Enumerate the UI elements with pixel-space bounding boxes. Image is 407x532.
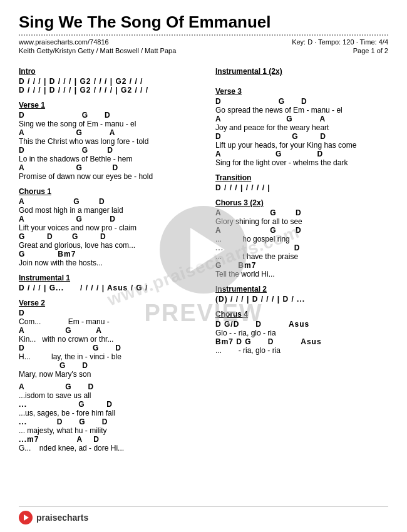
- c3-chord-4: G Bm7: [215, 261, 388, 270]
- v2-chord-2: A G A: [19, 326, 200, 335]
- v2-lyric-2: Kin... with no crown or thr...: [19, 335, 200, 344]
- c4-chord-1: D G/D D Asus: [215, 320, 388, 329]
- v3-lyric-4: Sing for the light over - whelms the dar…: [215, 158, 388, 167]
- v2-chord-6: ... G D: [19, 400, 200, 409]
- c3-chord-3: ... D: [215, 243, 388, 252]
- c3-lyric-2: ... ho gospel ring: [215, 235, 388, 243]
- c1-chord-4: G Bm7: [19, 250, 200, 258]
- c1-lyric-3: Great and glorious, love has com...: [19, 241, 200, 250]
- authors: Keith Getty/Kristyn Getty / Matt Boswell…: [19, 47, 176, 54]
- title-divider: [19, 34, 388, 36]
- v2-lyric-3: H... lay, the in - vinci - ble: [19, 352, 200, 361]
- c4-lyric-2: ... - ria, glo - ria: [215, 346, 388, 355]
- v3-chord-2: A G A: [215, 115, 388, 123]
- v1-chord-3: D G D: [19, 146, 200, 155]
- v1-lyric-4: Promise of dawn now our eyes be - hold: [19, 172, 200, 181]
- v1-lyric-2: This the Christ who was long fore - told: [19, 137, 200, 146]
- c3-lyric-1: Glory shining for all to see: [215, 217, 388, 226]
- c3-chord-1: A G D: [215, 208, 388, 217]
- v2-lyric-4: Mary, now Mary's son: [19, 370, 200, 379]
- v2-chord-5: A G D: [19, 382, 200, 391]
- transition-section: Transition D / / / | / / / / |: [215, 173, 388, 192]
- inst1-line-1: D / / / | G... / / / / | Asus / G /: [19, 284, 200, 292]
- footer-play-icon: [19, 511, 33, 524]
- v2-chord-1: D: [19, 309, 200, 317]
- v2-lyric-5: ...isdom to save us all: [19, 391, 200, 400]
- instrumental1-label: Instrumental 1: [19, 274, 200, 282]
- v1-chord-1: D G D: [19, 111, 200, 120]
- v2-lyric-6: ...us, sages, be - fore him fall: [19, 409, 200, 417]
- chorus4-label: Chorus 4: [215, 310, 388, 319]
- left-column: Intro D / / / | D / / / | G2 / / / | G2 …: [19, 61, 200, 458]
- chorus1-section: Chorus 1 A G D God most high in a manger…: [19, 187, 200, 267]
- c1-lyric-1: God most high in a manger laid: [19, 206, 200, 215]
- c1-chord-1: A G D: [19, 197, 200, 206]
- c1-chord-3: G D G D: [19, 232, 200, 241]
- url: www.praisecharts.com/74816: [19, 38, 109, 46]
- c3-lyric-4: Tell the world Hi...: [215, 270, 388, 279]
- transition-label: Transition: [215, 173, 388, 182]
- v2-chord-7: ... D G D: [19, 417, 200, 426]
- inst2-line-1: (D) / / / | D / / / | D / ...: [215, 295, 388, 304]
- c3-lyric-3: ... t have the praise: [215, 252, 388, 261]
- chorus3-section: Chorus 3 (2x) A G D Glory shining for al…: [215, 198, 388, 279]
- footer: praisecharts: [19, 506, 388, 524]
- c4-chord-2: Bm7 D G D Asus: [215, 337, 388, 346]
- song-title: Sing We The Song Of Emmanuel: [19, 13, 388, 32]
- c1-lyric-2: Lift your voices and now pro - claim: [19, 223, 200, 232]
- c1-lyric-4: Join now with the hosts...: [19, 258, 200, 267]
- verse3-label: Verse 3: [215, 87, 388, 96]
- v3-chord-3: D G D: [215, 132, 388, 141]
- chorus4-section: Chorus 4 D G/D D Asus Glo - - ria, glo -…: [215, 310, 388, 355]
- v1-lyric-3: Lo in the shadows of Bethle - hem: [19, 155, 200, 163]
- c3-chord-2: A G D: [215, 226, 388, 235]
- verse2-section: Verse 2 D Com... Em - manu - A G A Kin..…: [19, 299, 200, 453]
- v1-lyric-1: Sing we the song of Em - manu - el: [19, 120, 200, 128]
- page-num: Page 1 of 2: [353, 47, 388, 54]
- v3-lyric-3: Lift up your heads, for your King has co…: [215, 141, 388, 150]
- v1-chord-4: A G D: [19, 163, 200, 172]
- instrumental2-label: Instrumental 2: [215, 285, 388, 294]
- meta-row: www.praisecharts.com/74816 Key: D · Temp…: [19, 38, 388, 46]
- verse1-label: Verse 1: [19, 101, 200, 110]
- intro-section: Intro D / / / | D / / / | G2 / / / | G2 …: [19, 67, 200, 95]
- verse2-label: Verse 2: [19, 299, 200, 307]
- key-tempo-time: Key: D · Tempo: 120 · Time: 4/4: [292, 38, 388, 46]
- trans-line-1: D / / / | / / / / |: [215, 183, 388, 192]
- instrumental1-2x-label: Instrumental 1 (2x): [215, 67, 388, 76]
- v3-lyric-1: Go spread the news of Em - manu - el: [215, 106, 388, 115]
- c4-lyric-1: Glo - - ria, glo - ria: [215, 329, 388, 337]
- verse3-section: Verse 3 D G D Go spread the news of Em -…: [215, 87, 388, 167]
- chorus3-label: Chorus 3 (2x): [215, 198, 388, 207]
- footer-brand: praisecharts: [36, 513, 88, 523]
- v3-chord-1: D G D: [215, 97, 388, 106]
- v1-chord-2: A G A: [19, 128, 200, 137]
- v3-lyric-2: Joy and peace for the weary heart: [215, 123, 388, 132]
- authors-row: Keith Getty/Kristyn Getty / Matt Boswell…: [19, 47, 388, 54]
- v2-lyric-8: G... nded knee, ad - dore Hi...: [19, 444, 200, 453]
- main-content: Intro D / / / | D / / / | G2 / / / | G2 …: [19, 61, 388, 458]
- inst1-2x-blank: [215, 77, 388, 81]
- v2-chord-3: D G D: [19, 344, 200, 352]
- intro-line-1: D / / / | D / / / | G2 / / / | G2 / / /: [19, 77, 200, 86]
- instrumental1-2x-section: Instrumental 1 (2x): [215, 67, 388, 81]
- chorus1-label: Chorus 1: [19, 187, 200, 196]
- verse1-section: Verse 1 D G D Sing we the song of Em - m…: [19, 101, 200, 181]
- footer-logo: praisecharts: [19, 511, 88, 524]
- instrumental2-section: Instrumental 2 (D) / / / | D / / / | D /…: [215, 285, 388, 304]
- intro-line-2: D / / / | D / / / | G2 / / / / | G2 / / …: [19, 86, 200, 95]
- c1-chord-2: A G D: [19, 215, 200, 223]
- right-column: Instrumental 1 (2x) Verse 3 D G D Go spr…: [215, 61, 388, 458]
- v2-lyric-7: ... majesty, what hu - mility: [19, 426, 200, 435]
- v2-chord-8: ...m7 A D: [19, 435, 200, 444]
- intro-label: Intro: [19, 67, 200, 76]
- v2-chord-4: G D: [19, 361, 200, 370]
- instrumental1-section: Instrumental 1 D / / / | G... / / / / | …: [19, 274, 200, 292]
- v2-lyric-1: Com... Em - manu -: [19, 317, 200, 326]
- page: Sing We The Song Of Emmanuel www.praisec…: [0, 0, 407, 532]
- v3-chord-4: A G D: [215, 150, 388, 158]
